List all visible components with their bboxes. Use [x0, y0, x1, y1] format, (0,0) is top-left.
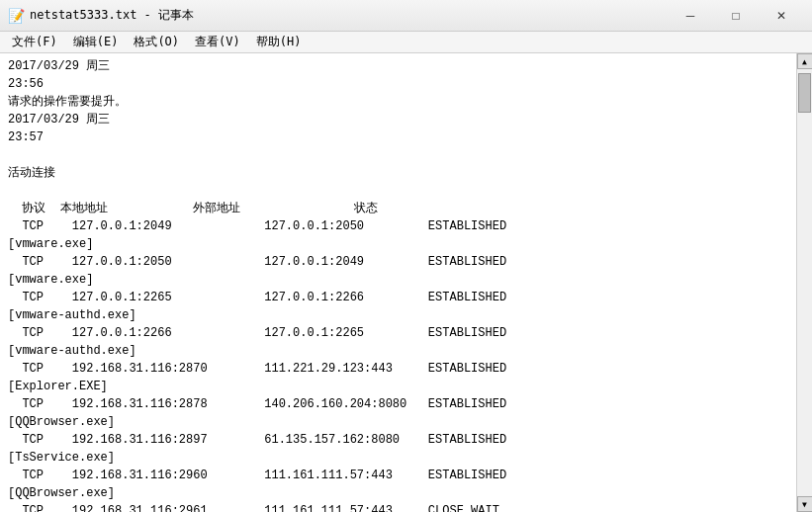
scroll-thumb[interactable] — [798, 73, 811, 113]
text-content[interactable]: 2017/03/29 周三 23:56 请求的操作需要提升。 2017/03/2… — [0, 53, 796, 512]
menu-edit[interactable]: 编辑(E) — [65, 32, 127, 52]
maximize-button[interactable]: □ — [713, 0, 759, 32]
menu-bar: 文件(F) 编辑(E) 格式(O) 查看(V) 帮助(H) — [0, 32, 812, 53]
title-bar: 📝 netstat5333.txt - 记事本 ─ □ ✕ — [0, 0, 812, 32]
window-icon: 📝 — [8, 8, 24, 24]
menu-view[interactable]: 查看(V) — [187, 32, 248, 52]
scrollbar[interactable]: ▲ ▼ — [796, 53, 812, 512]
scroll-track[interactable] — [797, 69, 812, 496]
window-controls: ─ □ ✕ — [668, 0, 804, 32]
menu-help[interactable]: 帮助(H) — [248, 32, 310, 52]
minimize-button[interactable]: ─ — [668, 0, 713, 32]
scroll-down-button[interactable]: ▼ — [797, 496, 813, 512]
content-area: 2017/03/29 周三 23:56 请求的操作需要提升。 2017/03/2… — [0, 53, 812, 512]
close-button[interactable]: ✕ — [759, 0, 804, 32]
menu-format[interactable]: 格式(O) — [126, 32, 187, 52]
window-title: netstat5333.txt - 记事本 — [30, 7, 668, 24]
menu-file[interactable]: 文件(F) — [4, 32, 65, 52]
scroll-up-button[interactable]: ▲ — [797, 53, 813, 69]
